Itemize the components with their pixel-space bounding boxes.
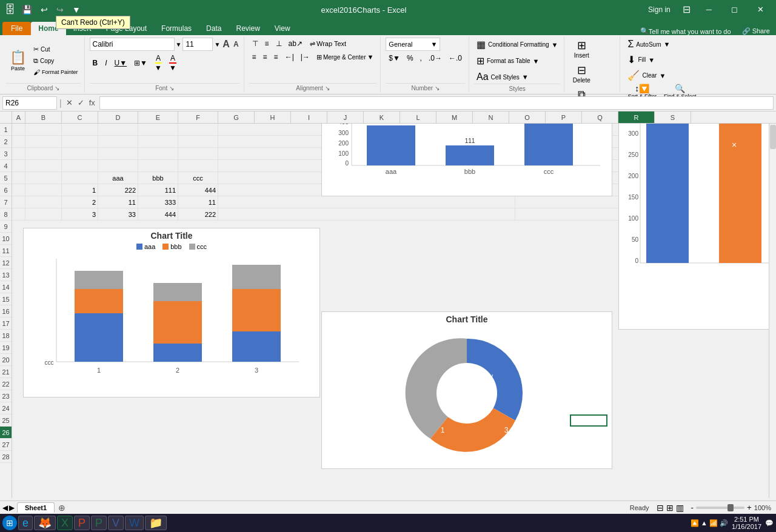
increase-decimal-button[interactable]: .0→ <box>426 52 445 64</box>
cell-E8[interactable]: 444 <box>138 208 178 221</box>
wrap-text-button[interactable]: ⇌ Wrap Text <box>306 38 350 50</box>
col-R[interactable]: R <box>618 111 655 123</box>
decrease-indent-button[interactable]: ←| <box>282 51 297 63</box>
col-B[interactable]: B <box>25 111 62 123</box>
row-27[interactable]: 27 <box>0 439 12 451</box>
row-18[interactable]: 18 <box>0 330 12 342</box>
row-1[interactable]: 1 <box>0 124 12 136</box>
row-6[interactable]: 6 <box>0 184 12 196</box>
row-13[interactable]: 13 <box>0 269 12 281</box>
paste-button[interactable]: 📋 Paste <box>6 47 30 74</box>
row-5[interactable]: 5 <box>0 172 12 184</box>
col-A[interactable]: A <box>12 111 25 123</box>
col-S[interactable]: S <box>655 111 691 123</box>
row-22[interactable]: 22 <box>0 378 12 390</box>
format-as-table-button[interactable]: ⊞ Format as Table▼ <box>474 54 541 68</box>
col-M[interactable]: M <box>436 111 473 123</box>
confirm-formula-button[interactable]: ✓ <box>76 98 86 107</box>
cell-C8[interactable]: 3 <box>62 208 98 221</box>
redo-button[interactable]: ↪ <box>54 4 66 16</box>
currency-button[interactable]: $▼ <box>386 52 403 64</box>
taskbar-project[interactable]: P <box>91 516 107 530</box>
row-21[interactable]: 21 <box>0 366 12 378</box>
font-name-input[interactable]: Calibri <box>90 38 175 51</box>
cancel-formula-button[interactable]: ✕ <box>64 98 75 107</box>
chart3[interactable]: Chart Title ↵ <box>321 311 612 469</box>
customize-qat-button[interactable]: ▼ <box>70 4 83 16</box>
cell-E5[interactable]: bbb <box>138 172 178 184</box>
delete-button[interactable]: ⊟ Delete <box>569 62 594 85</box>
underline-button[interactable]: U▼ <box>112 57 130 69</box>
autosum-button[interactable]: Σ AutoSum▼ <box>625 38 672 51</box>
formula-input[interactable] <box>99 96 774 110</box>
col-D[interactable]: D <box>98 111 138 123</box>
zoom-thumb[interactable] <box>728 504 734 511</box>
clear-button[interactable]: 🧹 Clear▼ <box>625 68 668 82</box>
row-2[interactable]: 2 <box>0 136 12 148</box>
middle-align-button[interactable]: ≡ <box>262 38 272 50</box>
taskbar-excel[interactable]: X <box>57 516 73 530</box>
scrollbar-thumb[interactable] <box>770 125 776 149</box>
page-break-view-button[interactable]: ▥ <box>676 503 684 513</box>
share-button[interactable]: 🔗 Share <box>736 27 776 35</box>
scroll-left-tab-button[interactable]: ◀ <box>2 504 8 512</box>
cell-D8[interactable]: 33 <box>98 208 138 221</box>
conditional-formatting-button[interactable]: ▦ Conditional Formatting▼ <box>474 38 561 52</box>
row-16[interactable]: 16 <box>0 305 12 318</box>
taskbar-ie[interactable]: e <box>18 516 33 530</box>
cell-F1[interactable] <box>178 124 218 136</box>
row-15[interactable]: 15 <box>0 293 12 305</box>
col-J[interactable]: J <box>327 111 364 123</box>
taskbar-word[interactable]: W <box>125 516 144 530</box>
normal-view-button[interactable]: ⊟ <box>657 503 664 513</box>
col-G[interactable]: G <box>218 111 255 123</box>
row-23[interactable]: 23 <box>0 390 12 402</box>
cell-C1[interactable] <box>62 124 98 136</box>
row-10[interactable]: 10 <box>0 233 12 245</box>
row-25[interactable]: 25 <box>0 414 12 427</box>
chart1[interactable]: Chart Title aaa bbb ccc <box>23 228 320 397</box>
cell-A1[interactable] <box>12 124 25 136</box>
vertical-scrollbar[interactable] <box>769 124 776 498</box>
decrease-decimal-button[interactable]: ←.0 <box>446 52 465 64</box>
ribbon-display-button[interactable]: ⊟ <box>679 0 694 19</box>
cell-E7[interactable]: 333 <box>138 196 178 208</box>
col-P[interactable]: P <box>546 111 582 123</box>
cell-D7[interactable]: 11 <box>98 196 138 208</box>
tab-review[interactable]: Review <box>229 22 267 35</box>
row-20[interactable]: 20 <box>0 354 12 366</box>
row-12[interactable]: 12 <box>0 257 12 269</box>
tab-file[interactable]: File <box>2 22 31 35</box>
taskbar-folder[interactable]: 📁 <box>145 516 167 530</box>
format-painter-button[interactable]: 🖌Format Painter <box>31 67 81 77</box>
undo-button[interactable]: ↩ <box>38 4 50 16</box>
row-17[interactable]: 17 <box>0 318 12 330</box>
cut-button[interactable]: ✂Cut <box>31 44 81 55</box>
taskbar-firefox[interactable]: 🦊 <box>34 516 56 530</box>
row-28[interactable]: 28 <box>0 451 12 463</box>
italic-button[interactable]: I <box>102 57 110 69</box>
add-sheet-button[interactable]: ⊕ <box>55 503 69 513</box>
orientation-button[interactable]: ab↗ <box>286 38 306 50</box>
col-F[interactable]: F <box>178 111 218 123</box>
tell-me[interactable]: 🔍 Tell me what you want to do <box>635 27 736 35</box>
border-button[interactable]: ⊞▼ <box>131 57 150 69</box>
sign-in-button[interactable]: Sign in <box>644 0 674 19</box>
zoom-out-button[interactable]: - <box>691 503 694 512</box>
tab-formulas[interactable]: Formulas <box>154 22 199 35</box>
cell-D1[interactable] <box>98 124 138 136</box>
increase-indent-button[interactable]: |→ <box>298 51 313 63</box>
cell-C7[interactable]: 2 <box>62 196 98 208</box>
fill-color-button[interactable]: A ▼ <box>152 52 165 74</box>
font-size-input[interactable]: 11 <box>182 38 213 51</box>
number-format-select[interactable]: General ▼ <box>386 38 440 51</box>
decrease-font-size-button[interactable]: A <box>232 39 240 49</box>
cell-styles-button[interactable]: Aa Cell Styles▼ <box>474 70 531 84</box>
save-button[interactable]: 💾 <box>19 4 35 16</box>
row-4[interactable]: 4 <box>0 160 12 172</box>
row-8[interactable]: 8 <box>0 208 12 221</box>
cell-E1[interactable] <box>138 124 178 136</box>
top-align-button[interactable]: ⊤ <box>249 38 261 50</box>
tab-data[interactable]: Data <box>199 22 229 35</box>
col-I[interactable]: I <box>291 111 327 123</box>
